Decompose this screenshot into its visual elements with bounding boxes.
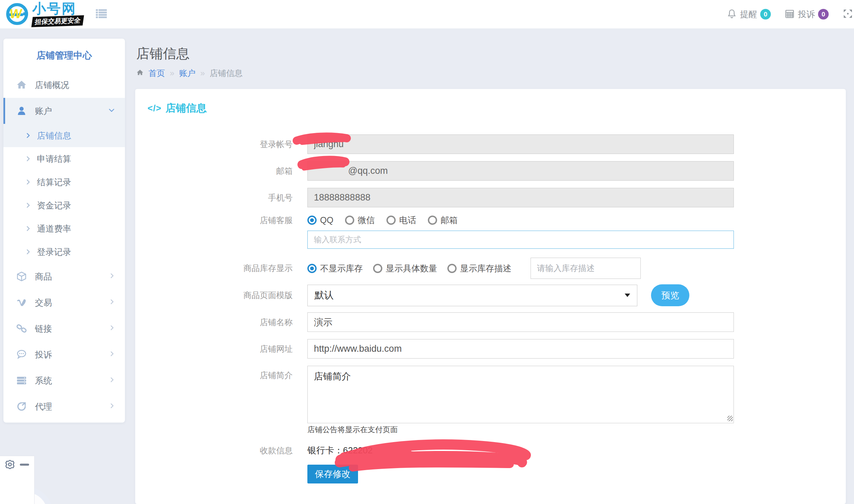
- select-arrow-icon: [625, 294, 630, 297]
- chevron-right-icon: [25, 155, 31, 162]
- sidebar-item-label: 代理: [35, 401, 52, 412]
- sidebar-item-account[interactable]: 账户: [3, 98, 125, 124]
- sidebar-item-links[interactable]: 链接: [3, 315, 125, 341]
- gear-icon[interactable]: [4, 459, 16, 472]
- chevron-down-icon: [108, 106, 115, 115]
- radio-icon: [373, 264, 382, 273]
- preview-button[interactable]: 预览: [651, 284, 689, 306]
- email-input: [307, 161, 734, 181]
- breadcrumb-separator: »: [200, 68, 205, 78]
- sidebar-item-label: 链接: [35, 323, 52, 334]
- sidebar-item-agent[interactable]: 代理: [3, 393, 125, 419]
- contact-input[interactable]: [307, 231, 734, 249]
- sidebar-item-label: 店铺概况: [35, 79, 69, 91]
- logo-mark-letter: W: [9, 7, 23, 21]
- shop-info-card: </> 店铺信息 登录帐号 邮箱 手机号 店铺客服: [135, 89, 846, 504]
- sidebar-subitem-label: 申请结算: [37, 153, 71, 165]
- code-icon: </>: [148, 103, 162, 114]
- radio-icon: [345, 216, 354, 225]
- radio-icon: [447, 264, 457, 273]
- stock-desc-input[interactable]: [531, 258, 641, 279]
- sidebar-subitem-shop-info[interactable]: 店铺信息: [3, 124, 125, 147]
- stock-option-quantity[interactable]: 显示具体数量: [373, 263, 437, 274]
- logo[interactable]: W 小号网 担保交易更安全: [5, 1, 83, 26]
- stock-option-desc[interactable]: 显示库存描述: [447, 263, 511, 274]
- chevron-right-icon: [25, 225, 31, 232]
- radio-icon: [428, 216, 437, 225]
- radio-checked-icon: [307, 264, 317, 273]
- intro-hint: 店铺公告将显示在支付页面: [307, 425, 846, 435]
- resize-handle[interactable]: [727, 416, 733, 421]
- phone-label: 手机号: [135, 192, 293, 203]
- sidebar-subitem-fund-record[interactable]: 资金记录: [3, 194, 125, 217]
- breadcrumb-account-link[interactable]: 账户: [179, 68, 195, 79]
- menu-list-icon[interactable]: [95, 8, 107, 20]
- login-account-label: 登录帐号: [135, 139, 293, 150]
- trade-v-icon: [15, 297, 28, 308]
- radio-checked-icon: [307, 216, 317, 225]
- logo-tagline: 担保交易更安全: [31, 15, 84, 27]
- shop-service-label: 店铺客服: [135, 215, 293, 226]
- cube-icon: [15, 271, 28, 282]
- sidebar-subitem-login-record[interactable]: 登录记录: [3, 240, 125, 263]
- topbar: W 小号网 担保交易更安全 提醒 0: [0, 0, 854, 28]
- stock-option-hide[interactable]: 不显示库存: [307, 263, 363, 274]
- sidebar-title: 店铺管理中心: [3, 39, 125, 72]
- breadcrumb-home-link[interactable]: 首页: [149, 68, 165, 79]
- stock-display-label: 商品库存显示: [135, 263, 293, 274]
- page-template-label: 商品页面模版: [135, 290, 293, 301]
- payment-info-label: 收款信息: [135, 445, 293, 456]
- sidebar-item-complaints[interactable]: 投诉: [3, 341, 125, 367]
- shop-intro-label: 店铺简介: [135, 366, 293, 381]
- server-icon: [15, 375, 28, 386]
- complaint-count-badge: 0: [818, 9, 829, 20]
- sidebar-item-goods[interactable]: 商品: [3, 263, 125, 289]
- shop-url-label: 店铺网址: [135, 344, 293, 354]
- service-option-email[interactable]: 邮箱: [428, 215, 458, 226]
- template-select[interactable]: 默认: [307, 285, 637, 306]
- chevron-right-icon: [25, 248, 31, 255]
- sidebar-subitem-label: 结算记录: [37, 177, 71, 188]
- fullscreen-button[interactable]: [842, 8, 853, 21]
- service-option-qq[interactable]: QQ: [307, 215, 333, 225]
- breadcrumb-separator: »: [170, 68, 174, 78]
- user-icon: [15, 105, 28, 116]
- calendar-icon: [785, 9, 795, 20]
- reminder-count-badge: 0: [760, 9, 771, 20]
- chevron-right-icon: [109, 272, 115, 281]
- bell-icon: [727, 9, 737, 20]
- shop-name-input[interactable]: [307, 312, 734, 332]
- sidebar-item-label: 商品: [35, 271, 52, 282]
- chevron-right-icon: [25, 132, 31, 139]
- sidebar-item-trade[interactable]: 交易: [3, 289, 125, 315]
- chevron-right-icon: [109, 402, 115, 411]
- sidebar-subitem-label: 资金记录: [37, 200, 71, 211]
- shop-url-input[interactable]: [307, 339, 734, 359]
- shop-intro-textarea[interactable]: 店铺简介: [307, 366, 734, 423]
- home-icon: [15, 79, 28, 90]
- sidebar-item-system[interactable]: 系统: [3, 367, 125, 393]
- logo-mark-icon: W: [5, 2, 29, 26]
- minimize-icon[interactable]: [20, 464, 29, 466]
- sidebar-item-label: 交易: [35, 297, 52, 308]
- sidebar-item-overview[interactable]: 店铺概况: [3, 72, 125, 98]
- sidebar-subitem-settle-record[interactable]: 结算记录: [3, 170, 125, 194]
- complaint-button[interactable]: 投诉 0: [785, 9, 829, 20]
- breadcrumb-current: 店铺信息: [210, 68, 243, 79]
- sidebar-subitem-channel-rate[interactable]: 通道费率: [3, 217, 125, 240]
- sidebar-subitem-apply-settle[interactable]: 申请结算: [3, 147, 125, 170]
- service-option-phone[interactable]: 电话: [386, 215, 416, 226]
- service-option-wechat[interactable]: 微信: [345, 215, 375, 226]
- sidebar: 店铺管理中心 店铺概况 账户 店铺信息: [3, 39, 125, 423]
- breadcrumb: 首页 » 账户 » 店铺信息: [136, 68, 243, 79]
- payment-info-value: 银行卡：622202: [307, 444, 373, 456]
- comment-icon: [15, 349, 28, 360]
- complaint-label: 投诉: [798, 9, 815, 20]
- chevron-right-icon: [109, 324, 115, 333]
- reminder-button[interactable]: 提醒 0: [727, 9, 771, 20]
- shop-name-label: 店铺名称: [135, 317, 293, 328]
- save-button[interactable]: 保存修改: [307, 465, 358, 483]
- sidebar-item-label: 投诉: [35, 349, 52, 360]
- breadcrumb-home-icon: [136, 69, 144, 78]
- logo-text: 小号网: [32, 1, 83, 16]
